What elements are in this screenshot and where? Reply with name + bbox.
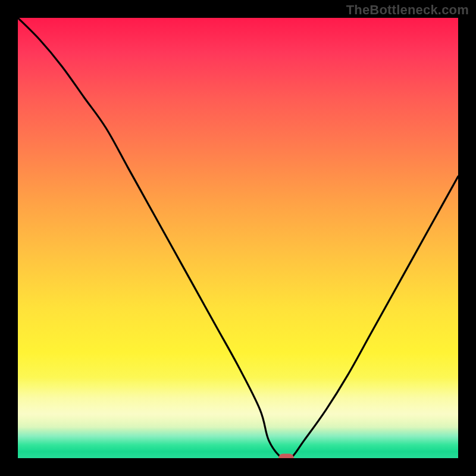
plot-area <box>18 18 458 458</box>
bottleneck-curve <box>18 18 458 458</box>
chart-frame: TheBottleneck.com <box>0 0 476 476</box>
optimal-point-marker <box>278 454 294 459</box>
watermark-label: TheBottleneck.com <box>346 2 469 18</box>
